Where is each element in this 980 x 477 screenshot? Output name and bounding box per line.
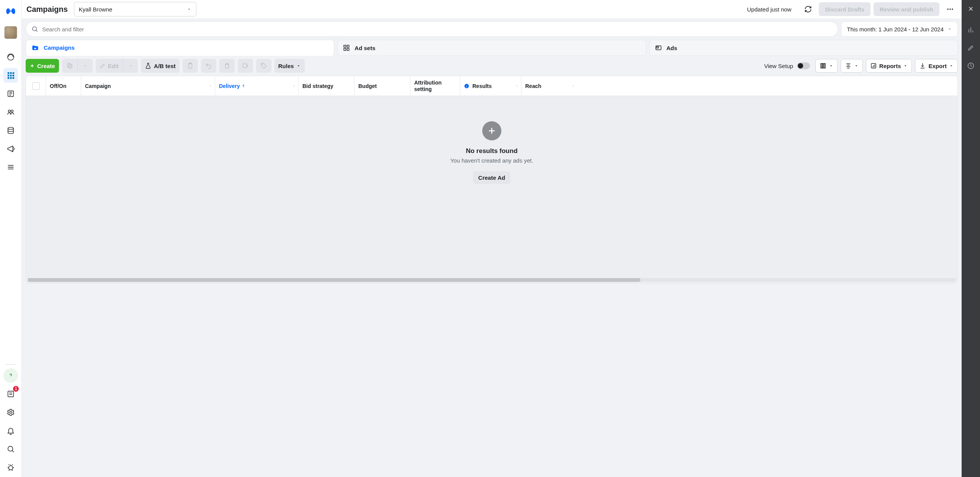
tab-adsets[interactable]: Ad sets: [337, 40, 646, 56]
checkbox[interactable]: [32, 82, 40, 90]
ab-test-button[interactable]: A/B test: [141, 59, 180, 73]
right-inspector-rail: [962, 0, 980, 477]
nav-overview-icon[interactable]: [3, 50, 18, 64]
tab-ads[interactable]: Ads: [649, 40, 958, 56]
discard-drafts-button[interactable]: Discard Drafts: [819, 2, 871, 16]
date-range-dropdown[interactable]: This month: 1 Jun 2024 - 12 Jun 2024: [841, 21, 958, 37]
pencil-icon: [100, 63, 106, 69]
edit-button[interactable]: Edit: [96, 59, 122, 73]
nav-activity-icon[interactable]: 1: [3, 387, 18, 401]
columns-dropdown[interactable]: [815, 59, 838, 73]
svg-point-14: [12, 151, 13, 152]
meta-logo-icon[interactable]: [5, 5, 17, 18]
breakdown-icon: [845, 62, 852, 69]
nav-all-tools-icon[interactable]: [3, 160, 18, 174]
col-budget[interactable]: Budget: [354, 76, 410, 96]
toolbar: Create Edit A/B: [22, 59, 962, 76]
account-avatar[interactable]: [4, 26, 17, 39]
clipboard-icon: [187, 62, 194, 69]
inspector-edit-icon[interactable]: [967, 44, 974, 51]
chevron-down-icon: [903, 63, 908, 68]
svg-rect-25: [347, 45, 349, 47]
export-arrow-icon: [242, 62, 249, 69]
grid-icon: [343, 44, 350, 51]
export-dropdown[interactable]: Export: [915, 59, 958, 73]
create-button[interactable]: Create: [26, 59, 59, 73]
chevron-down-icon: [515, 84, 519, 88]
breakdown-dropdown[interactable]: [841, 59, 863, 73]
chevron-down-icon: [571, 84, 575, 88]
chevron-down-icon: [296, 63, 301, 68]
svg-rect-9: [13, 77, 15, 79]
reports-icon: [870, 62, 877, 69]
nav-billing-icon[interactable]: [3, 123, 18, 138]
horizontal-scrollbar[interactable]: [28, 278, 956, 282]
empty-title: No results found: [466, 147, 518, 155]
close-inspector-button[interactable]: [967, 5, 974, 12]
create-ad-button[interactable]: Create Ad: [473, 171, 510, 184]
toggle-switch[interactable]: [797, 62, 810, 69]
edit-dropdown[interactable]: [122, 59, 138, 73]
delete-button[interactable]: [219, 59, 235, 73]
nav-settings-icon[interactable]: [3, 405, 18, 420]
duplicate-button[interactable]: [62, 59, 77, 73]
svg-rect-6: [13, 75, 15, 77]
col-delivery[interactable]: Delivery: [215, 76, 299, 96]
nav-advertise-icon[interactable]: [3, 142, 18, 156]
inspector-charts-icon[interactable]: [967, 26, 975, 34]
reports-dropdown[interactable]: Reports: [866, 59, 912, 73]
left-rail: 1: [0, 0, 22, 477]
page-title: Campaigns: [26, 5, 68, 14]
chevron-down-icon: [949, 63, 954, 68]
svg-point-22: [33, 27, 37, 31]
info-icon: [464, 83, 469, 89]
col-attribution[interactable]: Attribution setting: [410, 76, 460, 96]
tab-campaigns[interactable]: Campaigns: [26, 40, 334, 56]
col-campaign[interactable]: Campaign: [81, 76, 215, 96]
col-onoff[interactable]: Off/On: [46, 76, 81, 96]
date-range-label: This month: 1 Jun 2024 - 12 Jun 2024: [847, 26, 944, 33]
undo-button[interactable]: [201, 59, 216, 73]
header-bar: Campaigns Kyall Browne Updated just now …: [22, 0, 962, 18]
svg-rect-37: [824, 63, 825, 68]
search-input[interactable]: [42, 26, 832, 33]
svg-rect-30: [69, 65, 72, 68]
nav-search-icon[interactable]: [3, 442, 18, 456]
svg-rect-26: [344, 49, 346, 50]
chevron-down-icon: [947, 27, 952, 31]
more-button[interactable]: [942, 2, 958, 16]
rules-dropdown[interactable]: Rules: [274, 59, 305, 73]
duplicate-icon: [66, 62, 73, 69]
nav-reporting-icon[interactable]: [3, 86, 18, 101]
svg-rect-3: [13, 72, 15, 74]
view-setup-toggle[interactable]: View Setup: [762, 62, 812, 69]
col-checkbox[interactable]: [26, 76, 46, 96]
table-header: Off/On Campaign Delivery Bid strategy Bu…: [26, 76, 957, 96]
folder-icon: [31, 44, 39, 52]
review-publish-button[interactable]: Review and publish: [874, 2, 939, 16]
tag-icon: [260, 62, 267, 69]
updated-text: Updated just now: [747, 6, 792, 13]
nav-campaigns-icon[interactable]: [3, 68, 18, 83]
refresh-button[interactable]: [800, 2, 816, 16]
nav-notifications-icon[interactable]: [3, 423, 18, 438]
copy-button[interactable]: [183, 59, 198, 73]
duplicate-dropdown[interactable]: [77, 59, 93, 73]
nav-bug-icon[interactable]: [3, 460, 18, 475]
tag-button[interactable]: [256, 59, 271, 73]
chevron-down-icon: [854, 63, 859, 68]
inspector-history-icon[interactable]: [967, 62, 975, 70]
search-pill[interactable]: [26, 21, 838, 37]
svg-point-19: [947, 8, 949, 10]
svg-point-12: [11, 110, 13, 112]
col-results[interactable]: Results: [460, 76, 521, 96]
col-bid[interactable]: Bid strategy: [299, 76, 354, 96]
nav-audiences-icon[interactable]: [3, 105, 18, 119]
col-reach[interactable]: Reach: [521, 76, 579, 96]
svg-point-11: [8, 110, 10, 112]
account-dropdown[interactable]: Kyall Browne: [74, 2, 196, 16]
nav-help-icon[interactable]: [3, 368, 18, 383]
svg-rect-2: [10, 72, 12, 74]
export-selection-button[interactable]: [238, 59, 253, 73]
svg-rect-29: [657, 47, 658, 48]
